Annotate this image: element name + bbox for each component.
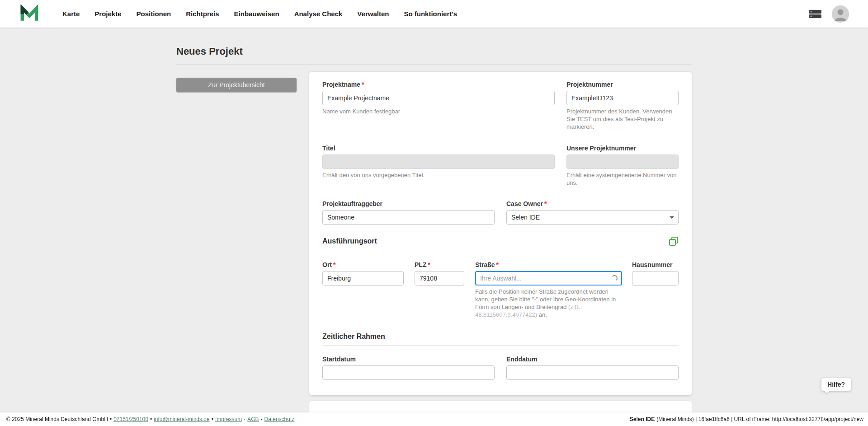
strasse-label: Straße* (475, 261, 622, 268)
nav-item-projekte[interactable]: Projekte (94, 10, 121, 18)
datenschutz-link[interactable]: Datenschutz (264, 416, 295, 422)
unsere-projektnummer-input (566, 154, 679, 169)
case-owner-field: Case Owner* Selen IDE (506, 200, 679, 225)
unsere-projektnummer-label: Unsere Projektnummer (566, 145, 679, 152)
titel-field: Titel Erhält den von uns vorgegebenen Ti… (322, 145, 555, 187)
projektnummer-field: Projektnummer Projektnummer des Kunden. … (566, 81, 679, 131)
required-asterisk: * (428, 261, 430, 268)
ort-field: Ort* (322, 261, 404, 319)
plz-input[interactable] (415, 271, 464, 286)
titel-helper: Erhält den von uns vorgegebenen Titel. (322, 172, 555, 179)
duplicate-icon[interactable] (669, 236, 679, 246)
case-owner-label-text: Case Owner (506, 200, 543, 207)
case-owner-select[interactable]: Selen IDE (506, 210, 679, 225)
zeitlicher-rahmen-section-header: Zeitlicher Rahmen (322, 332, 679, 341)
footer-session-info: Selen IDE (Mineral Minds) | 16fae1ffc6a6… (630, 416, 863, 422)
server-icon[interactable] (808, 9, 822, 19)
title-divider (176, 64, 692, 65)
enddatum-field: Enddatum (506, 356, 679, 380)
required-asterisk: * (544, 200, 547, 207)
unsere-projektnummer-helper: Erhält eine systemgenerierte Nummer von … (566, 172, 679, 187)
case-owner-selected-value: Selen IDE (511, 214, 540, 221)
projektauftraggeber-field: Projektauftraggeber (322, 200, 495, 225)
main-nav: Karte Projekte Positionen Richtpreis Ein… (62, 10, 457, 18)
nav-item-analyse-check[interactable]: Analyse Check (294, 10, 343, 18)
hausnummer-input[interactable] (632, 271, 679, 286)
plz-field: PLZ* (415, 261, 464, 319)
plz-label: PLZ* (415, 261, 464, 268)
next-card-peek (309, 401, 692, 412)
footer-separator: · (244, 416, 245, 422)
nav-item-verwalten[interactable]: Verwalten (357, 10, 389, 18)
ort-label-text: Ort (322, 261, 332, 268)
projektname-field: Projektname* Name vom Kunden festlegbar (322, 81, 555, 131)
case-owner-label: Case Owner* (506, 200, 679, 207)
strasse-field: Straße* Falls die Position keiner Straße… (475, 261, 622, 319)
section-divider (322, 251, 679, 251)
zur-projektuebersicht-button[interactable]: Zur Projektübersicht (176, 78, 297, 92)
left-column: Zur Projektübersicht (176, 72, 297, 92)
mineral-minds-logo[interactable] (20, 5, 39, 23)
projektname-helper: Name vom Kunden festlegbar (322, 108, 555, 116)
chevron-down-icon (670, 216, 674, 219)
hausnummer-field: Hausnummer (632, 261, 679, 319)
zeitlicher-rahmen-title: Zeitlicher Rahmen (322, 332, 385, 341)
projektname-label-text: Projektname (322, 81, 360, 88)
agb-link[interactable]: AGB (247, 416, 259, 422)
nav-item-richtpreis[interactable]: Richtpreis (186, 10, 219, 18)
projektnummer-input[interactable] (566, 91, 679, 105)
required-asterisk: * (333, 261, 335, 268)
projektnummer-helper: Projektnummer des Kunden. Verwenden Sie … (566, 108, 679, 131)
speech-bubble-tail (824, 388, 830, 393)
footer-left: © 2025 Mineral Minds Deutschland GmbH • … (6, 416, 294, 422)
nav-item-karte[interactable]: Karte (62, 10, 80, 18)
nav-item-positionen[interactable]: Positionen (137, 10, 171, 18)
projektnummer-label: Projektnummer (566, 81, 679, 88)
titel-input (322, 154, 555, 169)
impressum-link[interactable]: Impressum (215, 416, 242, 422)
startdatum-field: Startdatum (322, 356, 495, 380)
titel-label: Titel (322, 145, 555, 152)
page-title: Neues Projekt (176, 46, 692, 57)
section-divider (322, 345, 679, 346)
projektauftraggeber-input[interactable] (322, 210, 495, 225)
phone-link[interactable]: 07151/250100 (113, 416, 148, 422)
projektauftraggeber-label: Projektauftraggeber (322, 200, 495, 207)
topbar-right (808, 5, 849, 23)
projektname-input[interactable] (322, 91, 555, 105)
ort-input[interactable] (322, 271, 404, 286)
nav-item-so-funktionierts[interactable]: So funktioniert's (404, 10, 457, 18)
nav-item-einbauweisen[interactable]: Einbauweisen (234, 10, 279, 18)
enddatum-label: Enddatum (506, 356, 679, 363)
footer-separator: • (150, 416, 152, 422)
ort-label: Ort* (322, 261, 404, 268)
hilfe-label: Hilfe? (827, 381, 845, 388)
plz-label-text: PLZ (415, 261, 426, 268)
ausfuehrungsort-section-header: Ausführungsort (322, 236, 679, 246)
unsere-projektnummer-field: Unsere Projektnummer Erhält eine systemg… (566, 145, 679, 187)
projektname-label: Projektname* (322, 81, 555, 88)
page-content: Neues Projekt Zur Projektübersicht Proje… (176, 28, 692, 412)
strasse-input[interactable] (475, 271, 622, 286)
session-details: (Mineral Minds) | 16fae1ffc6a6 | URL of … (656, 416, 863, 422)
hilfe-button[interactable]: Hilfe? (821, 378, 851, 391)
new-project-form-card: Projektname* Name vom Kunden festlegbar … (309, 72, 692, 395)
enddatum-input[interactable] (506, 365, 679, 380)
footer-separator: • (212, 416, 213, 422)
footer-separator: • (110, 416, 112, 422)
copyright-text: © 2025 Mineral Minds Deutschland GmbH (6, 416, 108, 422)
top-navigation-bar: Karte Projekte Positionen Richtpreis Ein… (0, 0, 868, 28)
strasse-label-text: Straße (475, 261, 495, 268)
startdatum-input[interactable] (322, 365, 495, 380)
strasse-helper-main: Falls die Position keiner Straße zugeord… (475, 288, 616, 310)
email-link[interactable]: info@mineral-minds.de (154, 416, 210, 422)
session-user: Selen IDE (630, 416, 655, 422)
required-asterisk: * (362, 81, 364, 88)
hausnummer-label: Hausnummer (632, 261, 679, 268)
footer-separator: · (261, 416, 263, 422)
user-avatar-icon[interactable] (832, 5, 849, 23)
footer: © 2025 Mineral Minds Deutschland GmbH • … (0, 412, 868, 426)
startdatum-label: Startdatum (322, 356, 495, 363)
ausfuehrungsort-title: Ausführungsort (322, 237, 377, 245)
strasse-helper: Falls die Position keiner Straße zugeord… (475, 288, 622, 319)
